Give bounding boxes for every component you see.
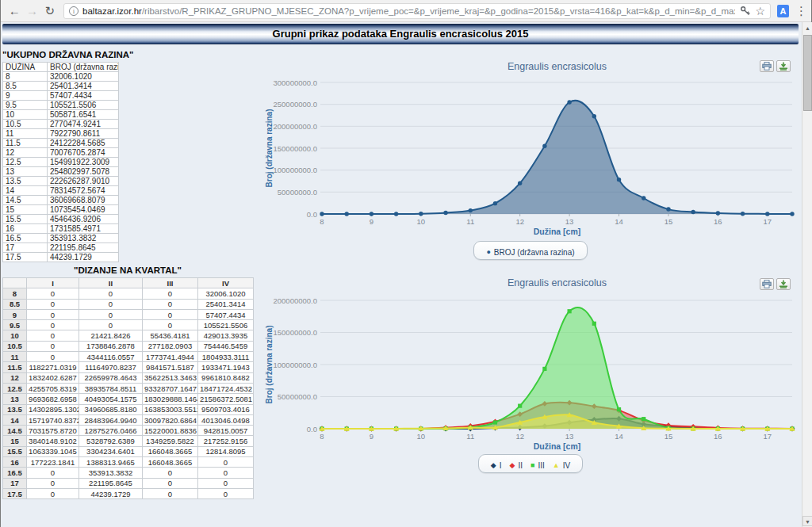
scrollbar-thumb[interactable] [803,35,812,111]
cell: 0 [27,320,79,330]
cell: 166048.3665 [143,446,198,456]
svg-text:100000000.0: 100000000.0 [274,361,317,369]
cell: 0 [27,341,79,351]
row-label: 14 [3,414,27,425]
row-label: 17 [3,478,27,488]
cell: 105521.5506 [198,320,254,330]
translate-icon[interactable]: A [777,5,789,17]
cell: 4013046.0498 [198,414,254,425]
legend-item[interactable]: ◆I [491,461,502,470]
cell: 12875276.0466 [79,426,143,436]
svg-text:Broj (državna razina): Broj (državna razina) [265,326,274,404]
cell: 13.5 [3,177,48,186]
table-row: 1104344116.05571773741.49441804933.3111 [3,352,254,362]
legend-item[interactable]: ■III [530,461,545,470]
cell: 1773741.4944 [143,352,198,362]
address-bar[interactable]: i baltazar.izor.hr/ribarstvo/R_PRIKAZ_GR… [63,3,771,19]
kvartal-table-title: "DIZANJE NA KVARTAL" [2,265,253,275]
cell: 15719740.8372 [27,414,79,425]
table-row: 13.5222626287.9010 [3,177,119,186]
table-row: 13254802997.5078 [3,167,119,177]
cell: 221195.8645 [48,243,119,253]
cell: 0 [143,320,198,330]
legend-item[interactable]: ▲IV [553,461,570,470]
forward-button[interactable]: → [23,2,40,21]
reload-button[interactable]: ↻ [41,2,59,21]
print-chart-button[interactable] [760,278,774,290]
cell: 9509703.4016 [198,404,254,414]
cell: 14.5 [3,196,48,205]
cell: 0 [27,299,79,309]
cell: 38935784.8511 [79,383,143,393]
cell: 18471724.4532 [198,383,254,393]
cell: 0 [27,288,79,299]
cell: 0 [143,478,198,488]
cell: 183029888.1464 [143,394,198,404]
svg-text:11: 11 [466,217,474,226]
cell: 9 [3,91,48,101]
cell: 4255705.8319 [27,383,79,393]
table-header-row: I II III IV [3,278,254,288]
legend-label: IV [563,461,570,470]
table-row: 9.5000105521.5506 [3,320,254,330]
cell: 4344116.0557 [79,352,143,362]
download-chart-button[interactable] [776,60,791,72]
chart-legend: ◆I◆II■III▲IV [262,454,799,473]
cell: 11.5 [3,139,48,148]
cell: 9693682.6958 [27,394,79,404]
quarterly-chart: 0.050000000.0100000000.0150000000.020000… [262,273,799,453]
table-row: 17.544239.1729 [3,253,119,262]
cell: 254802997.5078 [48,167,119,177]
cell: 30097820.6864 [143,414,198,425]
cell: 10.5 [3,120,48,129]
svg-text:150000000.0: 150000000.0 [274,144,317,153]
row-label: 8 [3,288,27,299]
table-row: 117922790.8611 [3,129,119,139]
column-header: II [79,278,143,288]
table-row: 10.501738846.2878277182.0903754446.5459 [3,341,254,351]
page-title-bar: Grupni prikaz podataka Engraulis encrasi… [2,24,799,44]
cell: 93328707.1647 [143,383,198,393]
bookmark-star-icon[interactable]: ☆ [756,6,766,17]
cell: 78314572.5674 [48,186,119,196]
table-row: 800032006.1020 [3,288,254,299]
row-label: 10.5 [3,341,27,351]
legend-item[interactable]: ●BROJ (državna razina) [486,248,574,257]
cell: 0 [143,468,198,478]
vertical-scrollbar[interactable]: ▲ ▼ [802,22,812,527]
cell: 5328792.6389 [79,436,143,446]
svg-text:12: 12 [515,217,524,226]
svg-text:10: 10 [417,217,426,226]
cell: 1349259.5822 [143,436,198,446]
row-label: 13.5 [3,404,27,414]
cell: 28483964.9940 [79,414,143,425]
cell: 163853003.5512 [143,404,198,414]
browser-menu-icon[interactable]: ⋮ [795,4,806,18]
url-text[interactable]: baltazar.izor.hr/ribarstvo/R_PRIKAZ_GRUP… [82,6,734,16]
national-level-chart-panel: 0.050000000.0100000000.0150000000.020000… [262,51,799,293]
back-button[interactable]: ← [6,2,23,21]
page-info-icon[interactable]: i [69,6,79,16]
chart-legend-box: ◆I◆II■III▲IV [478,454,583,473]
svg-text:50000000.0: 50000000.0 [278,188,317,197]
legend-item[interactable]: ◆II [510,461,523,470]
browser-window: ← → ↻ i baltazar.izor.hr/ribarstvo/R_PRI… [0,0,812,527]
reload-icon: ↻ [45,4,56,18]
svg-text:Engraulis encrasicolus: Engraulis encrasicolus [508,277,607,288]
cell: 0 [27,488,79,498]
cell: 3304234.6401 [79,446,143,456]
password-key-icon[interactable] [740,6,751,17]
svg-text:13: 13 [565,217,574,226]
row-label: 13 [3,394,27,404]
scroll-down-icon[interactable]: ▼ [802,516,812,526]
cell: 32006.1020 [48,72,119,82]
print-chart-button[interactable] [760,60,774,72]
download-chart-button[interactable] [776,278,791,290]
row-label: 16 [3,457,27,468]
table-row: 1510735454.0469 [3,205,119,215]
scroll-up-icon[interactable]: ▲ [802,23,812,33]
table-row: 153840148.91025328792.63891349259.582221… [3,436,254,446]
row-label: 12.5 [3,383,27,393]
row-label: 12 [3,372,27,383]
row-label: 11.5 [3,362,27,372]
